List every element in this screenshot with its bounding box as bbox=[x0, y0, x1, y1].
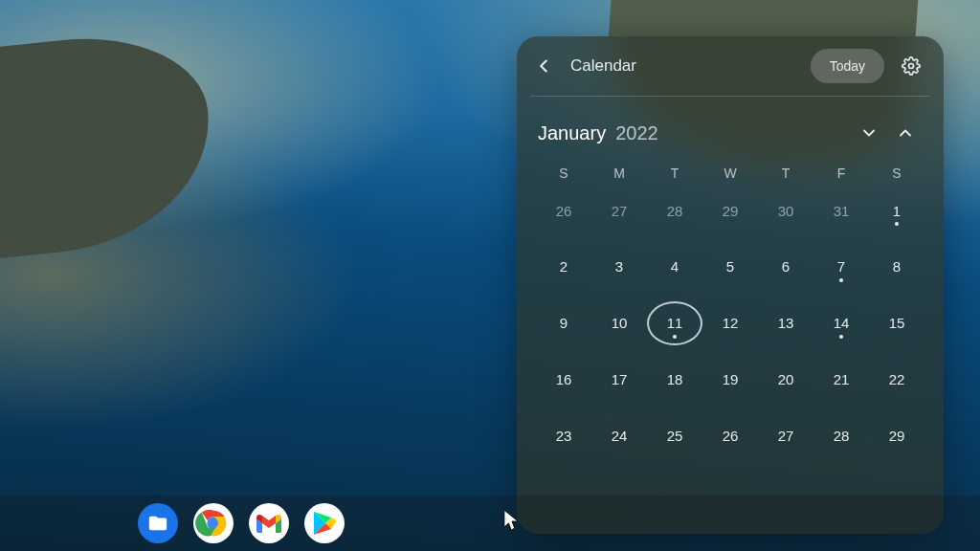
taskbar bbox=[0, 496, 980, 551]
year-label: 2022 bbox=[615, 122, 658, 144]
weekday-label: T bbox=[758, 165, 813, 181]
calendar-day[interactable]: 28 bbox=[647, 188, 702, 232]
folder-icon bbox=[147, 513, 168, 534]
calendar-day[interactable]: 13 bbox=[758, 301, 813, 345]
calendar-day[interactable]: 5 bbox=[702, 245, 758, 289]
month-label: January bbox=[538, 122, 606, 144]
desktop-wallpaper: Calendar Today January 2022 bbox=[0, 0, 980, 551]
calendar-day[interactable]: 27 bbox=[758, 413, 813, 457]
today-button[interactable]: Today bbox=[811, 49, 884, 83]
calendar-day[interactable]: 22 bbox=[869, 357, 924, 401]
svg-point-0 bbox=[909, 64, 914, 69]
event-dot bbox=[839, 278, 843, 282]
weekday-label: S bbox=[536, 165, 591, 181]
calendar-day[interactable]: 7 bbox=[813, 245, 869, 289]
event-dot bbox=[673, 335, 677, 339]
calendar-day[interactable]: 4 bbox=[647, 245, 702, 289]
weekday-label: M bbox=[591, 165, 647, 181]
weekday-label: T bbox=[647, 165, 702, 181]
event-dot bbox=[839, 335, 843, 339]
next-month-button[interactable] bbox=[852, 116, 886, 150]
calendar-day[interactable]: 29 bbox=[869, 413, 924, 457]
calendar-week: 16171819202122 bbox=[536, 357, 924, 408]
calendar-day[interactable]: 1 bbox=[869, 188, 924, 232]
calendar-day[interactable]: 8 bbox=[869, 245, 924, 289]
calendar-day[interactable]: 25 bbox=[647, 413, 702, 457]
calendar-day[interactable]: 20 bbox=[758, 357, 813, 401]
chrome-icon bbox=[194, 504, 233, 542]
calendar-week: 2627282930311 bbox=[536, 188, 924, 239]
calendar-day[interactable]: 15 bbox=[869, 301, 924, 345]
taskbar-apps bbox=[138, 503, 345, 543]
chevron-down-icon bbox=[859, 123, 879, 143]
calendar-day[interactable]: 18 bbox=[647, 357, 702, 401]
prev-month-button[interactable] bbox=[888, 116, 923, 150]
gear-icon bbox=[902, 56, 921, 76]
app-files[interactable] bbox=[138, 503, 178, 543]
calendar-day[interactable]: 26 bbox=[702, 413, 758, 457]
month-row: January 2022 bbox=[517, 97, 944, 160]
calendar-day[interactable]: 19 bbox=[702, 357, 758, 401]
calendar-week: 9101112131415 bbox=[536, 301, 924, 352]
chevron-left-icon bbox=[533, 55, 554, 77]
calendar-day[interactable]: 24 bbox=[591, 413, 647, 457]
calendar-day[interactable]: 16 bbox=[536, 357, 591, 401]
calendar-day[interactable]: 26 bbox=[536, 188, 591, 232]
calendar-day-today[interactable]: 11 bbox=[647, 301, 702, 345]
event-dot bbox=[895, 222, 899, 226]
calendar-day[interactable]: 28 bbox=[813, 413, 869, 457]
calendar-day[interactable]: 30 bbox=[758, 188, 813, 232]
app-gmail[interactable] bbox=[249, 503, 289, 543]
calendar-day[interactable]: 21 bbox=[813, 357, 869, 401]
calendar-day[interactable]: 23 bbox=[536, 413, 591, 457]
calendar-day[interactable]: 31 bbox=[813, 188, 869, 232]
wallpaper-cliff-left bbox=[0, 26, 221, 261]
gmail-icon bbox=[256, 514, 281, 533]
calendar-day[interactable]: 12 bbox=[702, 301, 758, 345]
calendar-title: Calendar bbox=[570, 56, 636, 76]
calendar-week: 23242526272829 bbox=[536, 413, 924, 464]
calendar-header: Calendar Today bbox=[517, 36, 944, 96]
calendar-day[interactable]: 3 bbox=[591, 245, 647, 289]
settings-button[interactable] bbox=[894, 49, 928, 83]
calendar-grid: 2627282930311234567891011121314151617181… bbox=[517, 188, 944, 534]
calendar-day[interactable]: 27 bbox=[591, 188, 647, 232]
chevron-up-icon bbox=[896, 123, 915, 143]
calendar-week: 2345678 bbox=[536, 245, 924, 296]
play-store-icon bbox=[313, 511, 336, 536]
back-button[interactable] bbox=[526, 49, 561, 83]
calendar-day[interactable]: 17 bbox=[591, 357, 647, 401]
calendar-panel: Calendar Today January 2022 bbox=[517, 36, 944, 534]
app-play-store[interactable] bbox=[304, 503, 345, 543]
calendar-day[interactable]: 14 bbox=[813, 301, 869, 345]
today-button-label: Today bbox=[830, 58, 865, 74]
app-chrome[interactable] bbox=[193, 503, 234, 543]
weekday-label: S bbox=[869, 165, 924, 181]
weekday-row: SMTWTFS bbox=[517, 160, 944, 188]
calendar-day[interactable]: 9 bbox=[536, 301, 591, 345]
calendar-day[interactable]: 2 bbox=[536, 245, 591, 289]
calendar-day[interactable]: 10 bbox=[591, 301, 647, 345]
calendar-day[interactable]: 6 bbox=[758, 245, 813, 289]
calendar-day[interactable]: 29 bbox=[702, 188, 758, 232]
weekday-label: W bbox=[702, 165, 758, 181]
weekday-label: F bbox=[813, 165, 869, 181]
